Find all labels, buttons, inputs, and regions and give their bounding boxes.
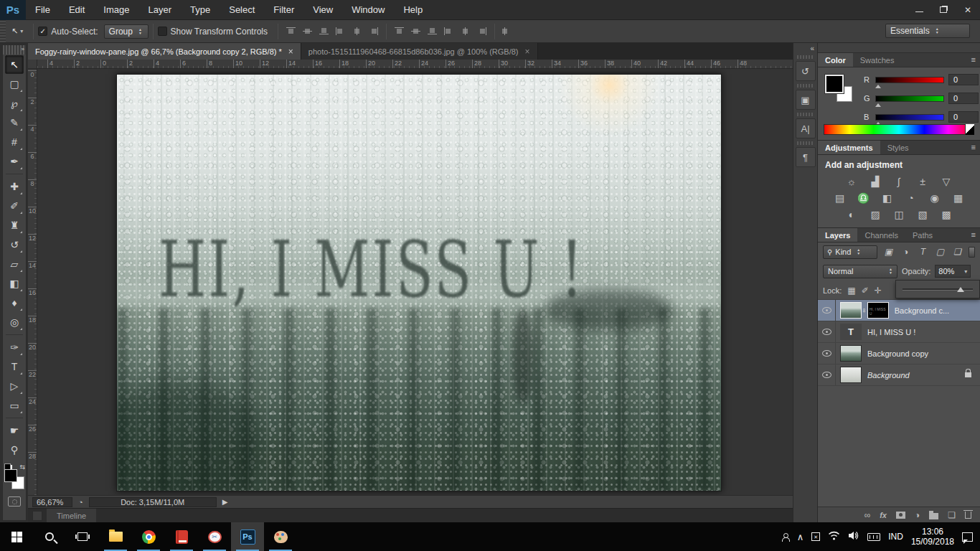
start-button[interactable]	[0, 522, 33, 551]
posterize-icon[interactable]: ▨	[867, 209, 883, 221]
layer-name[interactable]: Background	[867, 371, 910, 380]
slider-thumb-icon[interactable]	[875, 82, 881, 88]
green-channel-slider[interactable]	[875, 95, 944, 102]
touch-keyboard-icon[interactable]	[867, 533, 880, 541]
volume-icon[interactable]	[848, 530, 859, 543]
green-channel-value[interactable]: 0	[948, 93, 979, 104]
zoom-level-field[interactable]: 66,67%	[32, 497, 72, 507]
show-transform-checkbox[interactable]	[158, 27, 167, 36]
brightness-contrast-icon[interactable]: ☼	[844, 176, 859, 188]
tab-paths[interactable]: Paths	[905, 228, 940, 242]
link-layers-icon[interactable]: ∞	[864, 510, 871, 520]
tab-styles[interactable]: Styles	[880, 141, 916, 154]
align-bottom-edges-icon[interactable]	[319, 27, 329, 36]
channel-mixer-icon[interactable]: ◉	[927, 192, 943, 204]
filter-shape-layers-icon[interactable]: ▢	[934, 247, 946, 257]
people-icon[interactable]	[782, 533, 789, 540]
layer-thumbnail[interactable]	[840, 367, 862, 383]
delete-layer-icon[interactable]	[965, 512, 971, 519]
panel-menu-icon[interactable]: ≡	[971, 55, 976, 64]
restore-button[interactable]	[931, 0, 956, 19]
black-white-icon[interactable]: ◧	[880, 192, 895, 204]
distribute-left-edges-icon[interactable]	[443, 27, 454, 36]
path-selection-tool[interactable]: ▷	[5, 377, 24, 395]
menu-item[interactable]: Edit	[60, 0, 94, 19]
layer-styles-icon[interactable]: fx	[880, 511, 887, 519]
history-panel-icon[interactable]: ↺	[796, 61, 816, 81]
distribute-right-edges-icon[interactable]	[476, 27, 487, 36]
mask-link-icon[interactable]: ∞	[861, 309, 867, 313]
canvas-image[interactable]: HI, I MISS U !	[116, 74, 722, 491]
layer-name[interactable]: Background c...	[895, 306, 949, 315]
align-vertical-centers-icon[interactable]	[302, 27, 313, 36]
blur-tool[interactable]: ♦	[5, 293, 24, 312]
paragraph-panel-icon[interactable]: ¶	[796, 147, 816, 167]
blend-mode-dropdown[interactable]: Normal ▲▼	[823, 265, 897, 278]
red-channel-slider[interactable]	[875, 77, 944, 83]
layer-row-text[interactable]: T HI, I MISS U !	[818, 321, 980, 343]
opacity-slider-thumb[interactable]	[957, 283, 964, 292]
menu-item[interactable]: Image	[94, 0, 138, 19]
tab-color[interactable]: Color	[818, 53, 853, 67]
document-tab[interactable]: photo-1515111960468-66815d86b036.jpg @ 1…	[301, 43, 538, 60]
quick-mask-button[interactable]	[8, 496, 21, 507]
current-tool-button[interactable]: ↖ ▾	[6, 27, 29, 36]
tab-swatches[interactable]: Swatches	[853, 53, 902, 67]
filter-kind-dropdown[interactable]: ⚲ Kind ▲▼	[823, 245, 877, 259]
character-panel-icon[interactable]: A|	[796, 118, 816, 138]
action-center-icon[interactable]	[962, 532, 973, 542]
history-brush-tool[interactable]: ↺	[5, 235, 24, 254]
visibility-cell[interactable]	[818, 343, 836, 364]
layer-row-background-copy[interactable]: Background copy	[818, 343, 980, 364]
menu-item[interactable]: Layer	[139, 0, 182, 19]
crop-tool[interactable]: #	[5, 133, 24, 151]
workspace-dropdown[interactable]: Essentials ▲▼	[885, 24, 970, 38]
menu-item[interactable]: Help	[394, 0, 432, 19]
type-layer-thumbnail[interactable]: T	[840, 324, 862, 340]
spot-healing-tool[interactable]: ✚	[5, 177, 24, 196]
layer-name[interactable]: HI, I MISS U !	[867, 328, 915, 336]
new-adjustment-layer-icon[interactable]: ◑	[915, 510, 920, 520]
taskbar-search-button[interactable]	[33, 522, 66, 551]
pen-status-icon[interactable]: ✕	[811, 532, 820, 541]
auto-select-checkbox[interactable]: ✓	[38, 27, 47, 36]
minimize-button[interactable]	[907, 0, 931, 19]
status-menu-arrow-icon[interactable]: ▶	[222, 498, 228, 506]
color-lookup-icon[interactable]: ▦	[951, 192, 966, 204]
menu-item[interactable]: Window	[342, 0, 394, 19]
close-tab-icon[interactable]: ×	[288, 47, 293, 57]
document-tab-active[interactable]: Foggy-rainy-window-pane.jpg @ 66,7% (Bac…	[28, 43, 301, 60]
brush-tool[interactable]: ✐	[5, 197, 24, 215]
filter-adjustment-layers-icon[interactable]: ◑	[900, 247, 912, 257]
lock-pixels-icon[interactable]: ✐	[862, 286, 869, 296]
menu-item[interactable]: Type	[181, 0, 220, 19]
dodge-tool[interactable]: ◎	[5, 313, 24, 331]
swap-colors-icon[interactable]: ⇆	[19, 463, 25, 471]
menu-item[interactable]: Select	[220, 0, 264, 19]
red-channel-value[interactable]: 0	[948, 74, 979, 85]
align-top-edges-icon[interactable]	[286, 27, 296, 36]
photo-filter-icon[interactable]: ◔	[903, 192, 919, 204]
filter-pixel-layers-icon[interactable]: ▣	[882, 247, 895, 257]
task-view-button[interactable]	[66, 522, 99, 551]
distribute-horizontal-centers-icon[interactable]	[460, 27, 471, 36]
blue-channel-value[interactable]: 0	[948, 111, 979, 123]
curves-icon[interactable]: ∫	[891, 176, 907, 188]
distribute-top-edges-icon[interactable]	[394, 27, 405, 36]
tab-layers[interactable]: Layers	[818, 228, 857, 242]
color-spectrum-ramp[interactable]	[824, 124, 974, 135]
rectangle-tool[interactable]: ▭	[5, 396, 24, 415]
selective-color-icon[interactable]: ▩	[938, 209, 954, 221]
tab-adjustments[interactable]: Adjustments	[818, 141, 880, 154]
menu-item[interactable]: Filter	[264, 0, 303, 19]
close-button[interactable]: ✕	[956, 0, 980, 19]
auto-align-layers-icon[interactable]	[499, 27, 510, 36]
file-explorer-button[interactable]	[99, 522, 132, 551]
eraser-tool[interactable]: ▱	[5, 255, 24, 273]
auto-select-target-dropdown[interactable]: Group ▲▼	[104, 24, 149, 39]
spectrum-bw-swatch[interactable]	[965, 124, 974, 135]
levels-icon[interactable]: ▟	[867, 176, 883, 188]
blue-channel-slider[interactable]	[875, 114, 944, 121]
rectangular-marquee-tool[interactable]: ▢	[5, 75, 24, 93]
taskbar-clock[interactable]: 13:06 15/09/2018	[911, 527, 954, 547]
